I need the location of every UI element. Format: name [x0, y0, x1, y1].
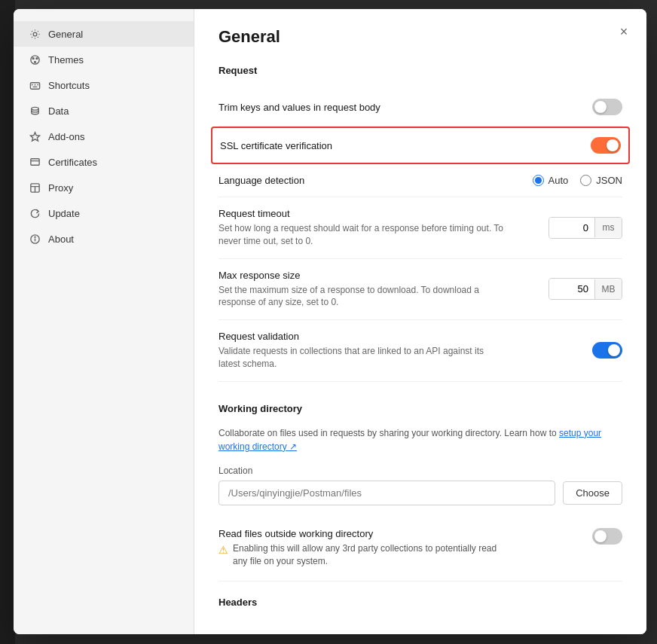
trim-keys-content: Trim keys and values in request body	[218, 102, 592, 113]
request-timeout-input[interactable]	[549, 218, 594, 238]
auto-label: Auto	[549, 175, 569, 186]
ssl-verification-content: SSL certificate verification	[220, 140, 591, 151]
ssl-verification-label: SSL certificate verification	[220, 140, 591, 151]
language-detection-options: Auto JSON	[533, 175, 622, 186]
max-response-size-row: Max response size Set the maximum size o…	[218, 259, 622, 321]
trim-keys-row: Trim keys and values in request body	[218, 88, 622, 127]
svg-rect-5	[30, 82, 39, 88]
svg-point-19	[35, 237, 35, 237]
choose-button[interactable]: Choose	[563, 481, 622, 505]
info-icon	[29, 233, 41, 245]
sidebar-item-data[interactable]: Data	[14, 98, 194, 124]
sidebar-item-label: Themes	[48, 54, 84, 66]
max-response-size-label: Max response size	[218, 270, 549, 281]
palette-icon	[29, 53, 41, 66]
box-icon	[29, 182, 41, 194]
json-label: JSON	[596, 175, 622, 186]
svg-point-0	[33, 32, 37, 36]
close-button[interactable]: ×	[613, 21, 634, 42]
refresh-icon	[29, 207, 41, 219]
database-icon	[29, 105, 41, 117]
auto-radio[interactable]	[533, 175, 544, 186]
svg-marker-11	[30, 132, 39, 140]
ssl-verification-row: SSL certificate verification	[211, 127, 630, 164]
request-validation-label: Request validation	[218, 331, 592, 342]
read-files-content: Read files outside working directory ⚠ E…	[218, 528, 592, 568]
ssl-verification-toggle[interactable]	[591, 137, 621, 154]
request-timeout-desc: Set how long a request should wait for a…	[218, 222, 505, 248]
read-files-warning-text: Enabling this will allow any 3rd party c…	[233, 542, 505, 568]
working-directory-section: Working directory Collaborate on files u…	[218, 403, 622, 505]
request-timeout-input-group: ms	[549, 217, 622, 239]
read-files-row: Read files outside working directory ⚠ E…	[218, 517, 622, 578]
sidebar-item-label: Shortcuts	[48, 80, 90, 91]
language-detection-label: Language detection	[218, 175, 533, 186]
sidebar-item-label: Certificates	[48, 157, 97, 168]
request-section-title: Request	[218, 65, 622, 76]
request-validation-row: Request validation Validate requests in …	[218, 320, 622, 382]
svg-point-3	[35, 57, 37, 59]
svg-rect-12	[30, 158, 38, 164]
request-timeout-unit: ms	[594, 218, 622, 237]
sidebar-item-label: Add-ons	[48, 131, 84, 142]
language-detection-row: Language detection Auto JSON	[218, 164, 622, 197]
sidebar-item-label: Data	[48, 105, 69, 117]
sidebar-item-label: About	[48, 233, 74, 245]
working-directory-desc-text: Collaborate on files used in requests by…	[218, 428, 557, 438]
settings-sidebar: General Themes	[14, 9, 194, 634]
max-response-size-content: Max response size Set the maximum size o…	[218, 270, 549, 310]
sidebar-item-label: General	[48, 29, 83, 40]
headers-title: Headers	[218, 597, 622, 608]
sidebar-item-shortcuts[interactable]: Shortcuts	[14, 72, 194, 98]
sidebar-item-update[interactable]: Update	[14, 200, 194, 226]
request-validation-desc: Validate requests in collections that ar…	[218, 345, 505, 371]
request-validation-toggle[interactable]	[592, 342, 622, 359]
headers-section: Headers	[218, 597, 622, 608]
section-divider	[218, 581, 622, 581]
page-title: General	[218, 27, 622, 47]
max-response-size-unit: MB	[594, 279, 622, 299]
sidebar-item-label: Update	[48, 208, 80, 219]
app-background-sidebar	[0, 0, 15, 644]
sidebar-item-general[interactable]: General	[14, 21, 194, 47]
sidebar-item-about[interactable]: About	[14, 226, 194, 252]
svg-point-10	[31, 107, 38, 110]
read-files-warning: ⚠ Enabling this will allow any 3rd party…	[218, 542, 505, 568]
trim-keys-slider	[592, 99, 622, 115]
json-radio[interactable]	[580, 175, 591, 186]
sidebar-item-themes[interactable]: Themes	[14, 47, 194, 72]
svg-point-4	[34, 61, 35, 63]
request-validation-slider	[592, 342, 622, 359]
sidebar-item-addons[interactable]: Add-ons	[14, 124, 194, 149]
request-validation-content: Request validation Validate requests in …	[218, 331, 592, 371]
sidebar-item-certificates[interactable]: Certificates	[14, 149, 194, 175]
location-row: Choose	[218, 481, 622, 505]
location-input[interactable]	[218, 481, 555, 505]
max-response-size-desc: Set the maximum size of a response to do…	[218, 284, 505, 310]
read-files-label: Read files outside working directory	[218, 528, 592, 539]
location-label: Location	[218, 465, 622, 476]
max-response-size-input[interactable]	[549, 279, 594, 299]
request-timeout-label: Request timeout	[218, 208, 549, 219]
svg-point-2	[32, 57, 34, 59]
auto-radio-option[interactable]: Auto	[533, 175, 569, 186]
sidebar-item-proxy[interactable]: Proxy	[14, 175, 194, 200]
read-files-toggle[interactable]	[592, 528, 622, 545]
trim-keys-toggle[interactable]	[592, 99, 622, 115]
warning-icon: ⚠	[218, 543, 228, 558]
trim-keys-label: Trim keys and values in request body	[218, 102, 592, 113]
request-timeout-row: Request timeout Set how long a request s…	[218, 197, 622, 259]
sidebar-item-label: Proxy	[48, 182, 73, 194]
language-detection-content: Language detection	[218, 175, 533, 186]
max-response-size-input-group: MB	[549, 278, 622, 300]
working-directory-title: Working directory	[218, 403, 622, 414]
star-icon	[29, 130, 41, 142]
ssl-verification-slider	[591, 137, 621, 154]
settings-modal: General Themes	[14, 9, 646, 634]
gear-icon	[29, 28, 41, 40]
keyboard-icon	[29, 79, 41, 91]
shield-icon	[29, 156, 41, 168]
json-radio-option[interactable]: JSON	[580, 175, 622, 186]
read-files-slider	[592, 528, 622, 545]
working-directory-desc: Collaborate on files used in requests by…	[218, 426, 622, 453]
